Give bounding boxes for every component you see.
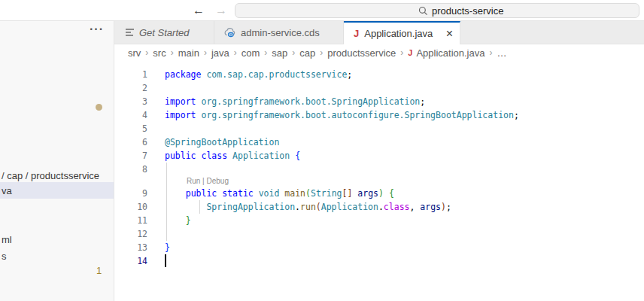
code-line[interactable] xyxy=(165,122,644,135)
tab-label: admin-service.cds xyxy=(241,27,320,38)
tab-application-java[interactable]: J Application.java × xyxy=(344,21,460,44)
title-bar: ← → products-service xyxy=(0,0,644,21)
forward-arrow-icon[interactable]: → xyxy=(215,2,227,20)
chevron-right-icon: › xyxy=(171,47,174,58)
code-token: args xyxy=(420,202,441,212)
code-token: ; xyxy=(446,202,451,212)
code-content[interactable]: package com.sap.cap.productsservice;impo… xyxy=(165,61,644,301)
breadcrumb-item[interactable]: com xyxy=(242,47,260,59)
breadcrumb-item[interactable]: main xyxy=(178,47,199,59)
code-token: static xyxy=(222,188,254,199)
line-number: 8 xyxy=(114,163,147,176)
code-token: ) xyxy=(378,188,384,199)
code-token: . xyxy=(295,202,300,212)
code-line[interactable]: package com.sap.cap.productsservice; xyxy=(165,68,644,81)
tab-get-started[interactable]: Get Started xyxy=(114,21,214,44)
chevron-right-icon: › xyxy=(489,47,492,58)
code-token: ) xyxy=(441,202,446,212)
code-line[interactable]: import org.springframework.boot.autoconf… xyxy=(165,108,644,122)
tree-item-label: / cap / productsservice xyxy=(2,170,99,181)
breadcrumb-item[interactable]: cap xyxy=(299,47,315,59)
code-token: ( xyxy=(316,202,321,212)
code-token: , xyxy=(409,202,420,212)
breadcrumb-item[interactable]: java xyxy=(211,47,229,59)
cds-cloud-icon xyxy=(223,26,235,38)
code-line[interactable]: @SpringBootApplication xyxy=(165,135,644,149)
code-token: run xyxy=(300,202,316,212)
line-number: 9 xyxy=(114,187,147,200)
codelens-run-debug[interactable]: Run | Debug xyxy=(165,176,644,187)
breadcrumb-item-file[interactable]: Application.java xyxy=(416,47,485,59)
code-token: . xyxy=(378,202,384,212)
code-editor[interactable]: 1234567891011121314 package com.sap.cap.… xyxy=(114,61,644,301)
code-line[interactable]: SpringApplication.run(Application.class,… xyxy=(165,200,644,214)
command-center-search[interactable]: products-service xyxy=(235,3,639,18)
code-token: class xyxy=(201,150,227,161)
line-number: 2 xyxy=(114,81,147,95)
line-number: 6 xyxy=(114,135,147,149)
code-token: org.springframework.boot.autoconfigure.S… xyxy=(201,110,513,120)
code-token: package xyxy=(165,69,201,80)
breadcrumb: srv›src›main›java›com›sap›cap›productsse… xyxy=(114,44,644,61)
breadcrumb-item[interactable]: productsservice xyxy=(327,47,396,59)
close-icon[interactable]: × xyxy=(446,29,453,39)
problems-count-badge: 1 xyxy=(96,265,102,276)
list-icon xyxy=(126,29,134,36)
modified-dot-icon xyxy=(96,104,102,111)
code-token: String xyxy=(311,188,342,199)
code-line[interactable] xyxy=(165,227,644,241)
code-token: ; xyxy=(420,96,425,107)
tree-item[interactable]: s xyxy=(0,248,114,264)
code-line[interactable]: public class Application { xyxy=(165,149,644,163)
tab-bar: Get Started admin-service.cds J Applicat… xyxy=(114,21,644,44)
tab-admin-service-cds[interactable]: admin-service.cds xyxy=(214,21,344,44)
code-line[interactable]: public static void main(String[] args) { xyxy=(165,187,644,200)
text-cursor xyxy=(165,254,166,267)
code-token: com.sap.cap.productsservice xyxy=(206,69,347,80)
tree-item-label: ml xyxy=(2,234,12,245)
code-token: @SpringBootApplication xyxy=(165,137,279,147)
line-number: 12 xyxy=(114,227,147,241)
tree-item-productsservice[interactable]: / cap / productsservice xyxy=(0,167,114,184)
tree-item-pom-xml[interactable]: ml xyxy=(0,231,114,248)
back-arrow-icon[interactable]: ← xyxy=(193,2,205,20)
chevron-right-icon: › xyxy=(264,47,267,58)
code-token: ; xyxy=(514,110,519,120)
code-token: Application xyxy=(321,202,378,212)
line-number: 10 xyxy=(114,200,147,214)
chevron-right-icon: › xyxy=(320,47,323,58)
breadcrumb-overflow[interactable]: … xyxy=(497,47,506,59)
code-token: org.springframework.boot.SpringApplicati… xyxy=(201,96,420,107)
chevron-right-icon: › xyxy=(204,47,207,58)
code-line[interactable]: } xyxy=(165,214,644,227)
more-actions-icon[interactable]: ··· xyxy=(90,23,104,36)
breadcrumb-item[interactable]: sap xyxy=(272,47,287,59)
search-icon xyxy=(418,6,428,16)
code-token: Application xyxy=(232,150,290,161)
line-number: 5 xyxy=(114,122,147,135)
code-line[interactable] xyxy=(165,163,644,176)
code-token: import xyxy=(165,96,196,107)
indent-guide xyxy=(166,163,167,241)
line-number: 1 xyxy=(114,68,147,81)
code-line[interactable]: import org.springframework.boot.SpringAp… xyxy=(165,95,644,108)
code-line[interactable] xyxy=(165,81,644,95)
tree-item-application-java[interactable]: va xyxy=(0,182,114,199)
line-number: 7 xyxy=(114,149,147,163)
code-token: } xyxy=(186,215,191,226)
editor-group: Get Started admin-service.cds J Applicat… xyxy=(114,21,644,301)
code-token: public xyxy=(186,188,217,199)
code-token: } xyxy=(165,242,170,253)
breadcrumb-item[interactable]: srv xyxy=(128,47,141,59)
code-token: main xyxy=(284,188,305,199)
code-token: class xyxy=(384,202,410,212)
code-token xyxy=(165,188,186,199)
breadcrumb-item[interactable]: src xyxy=(153,47,166,59)
code-line[interactable]: } xyxy=(165,241,644,254)
line-number: 11 xyxy=(114,214,147,227)
code-line[interactable] xyxy=(165,254,644,268)
vscode-window: ← → products-service ··· / cap / product… xyxy=(0,0,644,301)
code-token xyxy=(227,150,232,161)
code-token: args xyxy=(357,188,378,199)
line-number: 4 xyxy=(114,108,147,122)
